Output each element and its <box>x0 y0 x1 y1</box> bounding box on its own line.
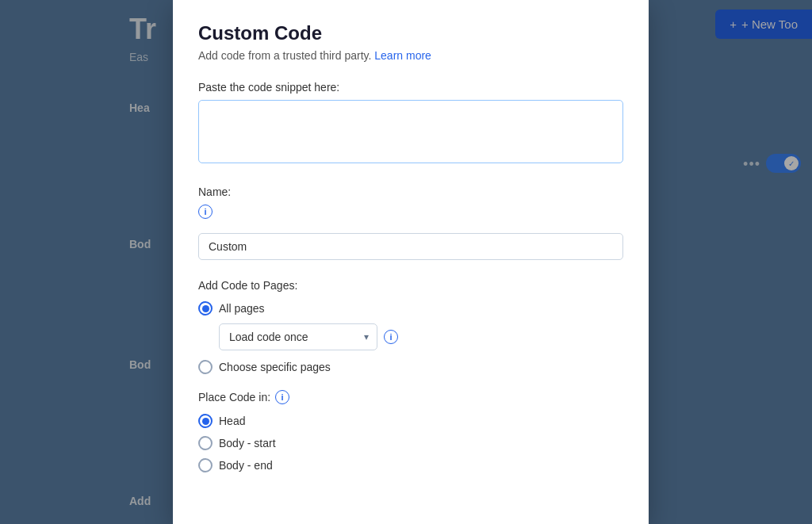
code-snippet-section: Paste the code snippet here: <box>198 81 623 186</box>
body-end-label: Body - end <box>219 459 273 472</box>
body-start-radio[interactable] <box>198 436 213 450</box>
name-section: Name: i <box>198 186 623 260</box>
place-code-label-row: Place Code in: i <box>198 390 623 404</box>
head-radio-row: Head <box>198 414 623 428</box>
all-pages-row: All pages <box>198 301 623 316</box>
specific-pages-radio[interactable] <box>198 360 213 374</box>
body-end-radio[interactable] <box>198 458 213 472</box>
modal-subtitle-text: Add code from a trusted third party. <box>198 49 371 62</box>
body-end-radio-row: Body - end <box>198 458 623 472</box>
name-label-row: Name: <box>198 186 623 198</box>
load-code-select-wrapper: Load code once Load code every page ▾ <box>219 323 377 350</box>
add-code-section: Add Code to Pages: All pages Load code o… <box>198 279 623 374</box>
all-pages-radio[interactable] <box>198 301 213 316</box>
modal-title: Custom Code <box>198 22 623 44</box>
code-snippet-label: Paste the code snippet here: <box>198 81 623 94</box>
modal-subtitle: Add code from a trusted third party. Lea… <box>198 49 623 62</box>
name-label: Name: <box>198 186 231 198</box>
name-input[interactable] <box>198 233 623 260</box>
modal-content: Custom Code Add code from a trusted thir… <box>173 0 649 511</box>
head-radio[interactable] <box>198 414 213 428</box>
load-code-select[interactable]: Load code once Load code every page <box>220 324 377 350</box>
head-label: Head <box>219 415 245 427</box>
load-code-dropdown-row: Load code once Load code every page ▾ i <box>219 323 623 350</box>
specific-pages-label: Choose specific pages <box>219 361 331 373</box>
specific-pages-row: Choose specific pages <box>198 360 623 374</box>
learn-more-link[interactable]: Learn more <box>374 49 431 62</box>
code-snippet-textarea[interactable] <box>198 100 623 163</box>
place-code-label: Place Code in: <box>198 391 270 404</box>
name-info-icon[interactable]: i <box>198 205 213 219</box>
place-code-info-icon[interactable]: i <box>275 390 289 404</box>
body-start-radio-row: Body - start <box>198 436 623 450</box>
add-code-label: Add Code to Pages: <box>198 279 623 292</box>
place-code-section: Place Code in: i Head Body - start Body … <box>198 390 623 472</box>
custom-code-modal: Custom Code Add code from a trusted thir… <box>173 0 649 524</box>
all-pages-label: All pages <box>219 302 265 315</box>
load-code-info-icon[interactable]: i <box>384 330 398 344</box>
body-start-label: Body - start <box>219 437 276 449</box>
